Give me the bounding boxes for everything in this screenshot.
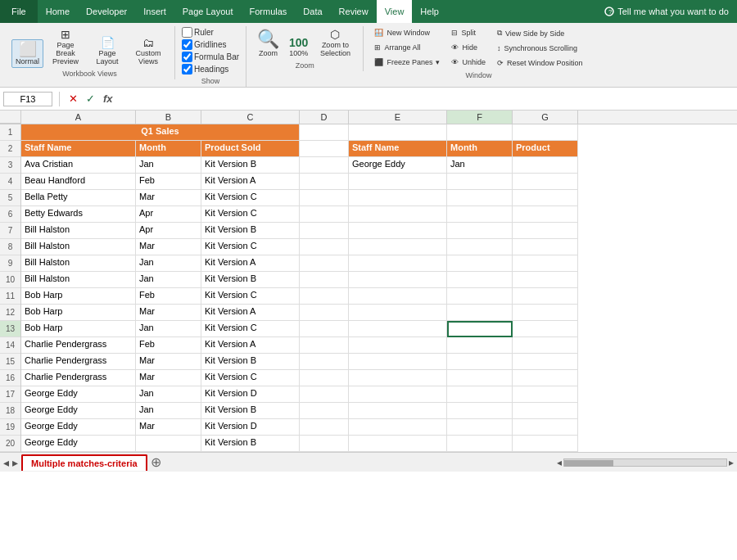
cell-17-B[interactable]: Jan (136, 386, 201, 403)
cell-13-B[interactable]: Jan (136, 321, 201, 337)
menu-data[interactable]: Data (295, 0, 330, 23)
cell-4-C[interactable]: Kit Version A (201, 174, 300, 190)
cell-20-A[interactable]: George Eddy (21, 436, 136, 452)
cancel-icon[interactable]: ✕ (66, 92, 80, 106)
cell-9-D[interactable] (300, 255, 349, 272)
cell-14-A[interactable]: Charlie Pendergrass (21, 337, 136, 354)
cell-2-B[interactable]: Month (136, 141, 201, 157)
tab-nav-left[interactable]: ◂ (3, 456, 9, 469)
cell-11-F[interactable] (447, 288, 513, 305)
cell-14-G[interactable] (513, 337, 578, 354)
checkbox-headings[interactable]: Headings (182, 63, 239, 75)
cell-19-C[interactable]: Kit Version D (201, 419, 300, 436)
cell-20-C[interactable]: Kit Version B (201, 436, 300, 452)
cell-4-G[interactable] (513, 174, 578, 190)
btn-synchronous-scroll[interactable]: ↕ Synchronous Scrolling (493, 42, 587, 55)
cell-15-E[interactable] (349, 354, 447, 370)
cell-16-E[interactable] (349, 370, 447, 386)
cell-17-E[interactable] (349, 386, 447, 403)
btn-freeze-panes[interactable]: ⬛ Freeze Panes ▾ (370, 56, 444, 69)
cell-5-A[interactable]: Bella Petty (21, 190, 136, 206)
cell-18-E[interactable] (349, 403, 447, 419)
cell-12-A[interactable]: Bob Harp (21, 305, 136, 321)
btn-normal[interactable]: ⬜ Normal (11, 39, 43, 68)
cell-8-D[interactable] (300, 239, 349, 255)
cell-8-F[interactable] (447, 239, 513, 255)
cell-8-A[interactable]: Bill Halston (21, 239, 136, 255)
cell-16-A[interactable]: Charlie Pendergrass (21, 370, 136, 386)
row-num-20[interactable]: 20 (0, 436, 20, 452)
cell-2-E[interactable]: Staff Name (349, 141, 447, 157)
menu-help[interactable]: Help (412, 0, 447, 23)
cell-14-E[interactable] (349, 337, 447, 354)
cell-5-C[interactable]: Kit Version C (201, 190, 300, 206)
cell-5-D[interactable] (300, 190, 349, 206)
cell-20-G[interactable] (513, 436, 578, 452)
col-header-b[interactable]: B (136, 111, 201, 124)
cell-7-D[interactable] (300, 223, 349, 239)
cell-16-B[interactable]: Mar (136, 370, 201, 386)
tab-nav-right[interactable]: ▸ (12, 456, 18, 469)
cell-13-C[interactable]: Kit Version C (201, 321, 300, 337)
cell-13-E[interactable] (349, 321, 447, 337)
cell-15-G[interactable] (513, 354, 578, 370)
cell-7-G[interactable] (513, 223, 578, 239)
cell-reference[interactable] (3, 92, 52, 106)
btn-hide[interactable]: 👁 Hide (447, 41, 490, 54)
cell-17-F[interactable] (447, 386, 513, 403)
cell-2-D[interactable] (300, 141, 349, 157)
row-num-17[interactable]: 17 (0, 386, 20, 403)
cell-17-C[interactable]: Kit Version D (201, 386, 300, 403)
cell-16-D[interactable] (300, 370, 349, 386)
cell-17-G[interactable] (513, 386, 578, 403)
cell-13-D[interactable] (300, 321, 349, 337)
cell-2-C[interactable]: Product Sold (201, 141, 300, 157)
menu-view[interactable]: View (377, 0, 413, 23)
btn-split[interactable]: ⊟ Split (447, 26, 490, 39)
row-num-15[interactable]: 15 (0, 354, 20, 370)
cell-20-F[interactable] (447, 436, 513, 452)
cell-11-C[interactable]: Kit Version C (201, 288, 300, 305)
cell-5-B[interactable]: Mar (136, 190, 201, 206)
menu-insert[interactable]: Insert (135, 0, 174, 23)
cell-19-D[interactable] (300, 419, 349, 436)
cell-9-B[interactable]: Jan (136, 255, 201, 272)
cell-3-D[interactable] (300, 157, 349, 174)
cell-3-B[interactable]: Jan (136, 157, 201, 174)
menu-review[interactable]: Review (331, 0, 377, 23)
cell-7-A[interactable]: Bill Halston (21, 223, 136, 239)
cell-19-A[interactable]: George Eddy (21, 419, 136, 436)
cell-15-F[interactable] (447, 354, 513, 370)
cell-3-E[interactable]: George Eddy (349, 157, 447, 174)
cell-19-F[interactable] (447, 419, 513, 436)
cell-2-F[interactable]: Month (447, 141, 513, 157)
cell-8-E[interactable] (349, 239, 447, 255)
cell-18-C[interactable]: Kit Version B (201, 403, 300, 419)
scroll-right[interactable]: ▸ (729, 457, 734, 468)
cell-18-F[interactable] (447, 403, 513, 419)
checkbox-formula-bar[interactable]: Formula Bar (182, 51, 239, 63)
cell-3-C[interactable]: Kit Version B (201, 157, 300, 174)
cell-18-G[interactable] (513, 403, 578, 419)
cell-4-B[interactable]: Feb (136, 174, 201, 190)
cell-5-F[interactable] (447, 190, 513, 206)
btn-zoom[interactable]: 🔍 Zoom (253, 28, 283, 60)
cell-2-G[interactable]: Product (513, 141, 578, 157)
cell-12-F[interactable] (447, 305, 513, 321)
cell-10-B[interactable]: Jan (136, 272, 201, 288)
cell-9-G[interactable] (513, 255, 578, 272)
menu-formulas[interactable]: Formulas (242, 0, 296, 23)
cell-1-G[interactable] (513, 124, 578, 141)
cell-9-C[interactable]: Kit Version A (201, 255, 300, 272)
btn-page-break[interactable]: ⊞ Page Break Preview (45, 26, 86, 68)
cell-6-D[interactable] (300, 206, 349, 223)
horizontal-scrollbar[interactable]: ◂ ▸ (557, 457, 734, 468)
cell-12-C[interactable]: Kit Version A (201, 305, 300, 321)
cell-1-E[interactable] (349, 124, 447, 141)
gridlines-checkbox[interactable] (182, 39, 192, 50)
cell-16-G[interactable] (513, 370, 578, 386)
btn-page-layout[interactable]: 📄 Page Layout (88, 34, 127, 68)
cell-20-B[interactable] (136, 436, 201, 452)
row-num-19[interactable]: 19 (0, 419, 20, 436)
menu-page-layout[interactable]: Page Layout (174, 0, 242, 23)
